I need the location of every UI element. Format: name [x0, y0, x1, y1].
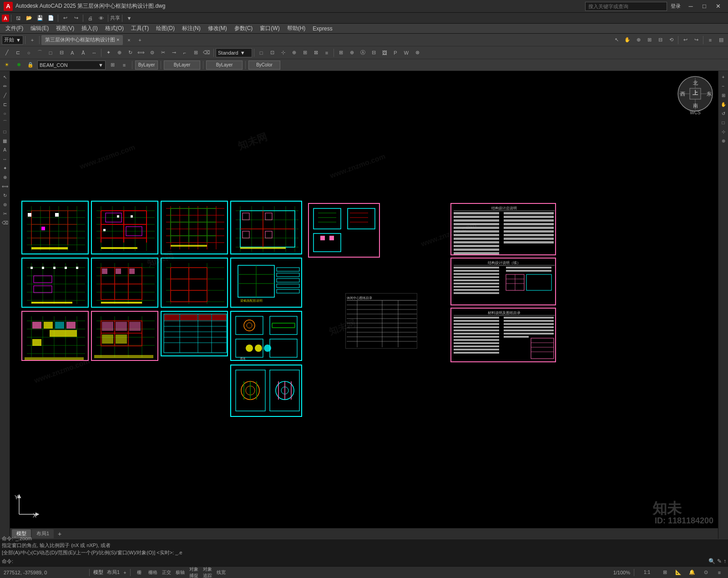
tab-add[interactable]: + [135, 35, 145, 45]
lt-copy[interactable]: ⊕ [1, 173, 9, 181]
tb-pdf[interactable]: P [390, 48, 400, 58]
drawing-tab[interactable]: 第三层休闲中心框架结构设计图 × [41, 35, 123, 45]
cmd-icon-3[interactable]: ↑ [723, 558, 726, 564]
tb-block[interactable]: ⊞ [336, 48, 346, 58]
minimize-button[interactable]: ─ [684, 1, 697, 11]
menu-annotate[interactable]: 标注(N) [178, 24, 204, 34]
menu-edit[interactable]: 编辑(E) [27, 24, 52, 34]
tb-extend[interactable]: ⊸ [169, 48, 179, 58]
lt-rect[interactable]: □ [1, 127, 9, 136]
rt-perspective[interactable]: ⊹ [719, 127, 728, 136]
drawing-8[interactable] [161, 258, 228, 308]
tb-rect[interactable]: □ [46, 48, 56, 58]
lt-rotate[interactable]: ↻ [1, 191, 9, 199]
layer-state-btn[interactable]: ≡ [119, 60, 129, 70]
tb-attr[interactable]: Ⓐ [358, 48, 368, 58]
lt-trim[interactable]: ✂ [1, 209, 9, 218]
maximize-button[interactable]: □ [698, 1, 711, 11]
plotstyle-dropdown[interactable]: ByColor [248, 61, 280, 70]
menu-view[interactable]: 视图(V) [52, 24, 78, 34]
tb-dyn[interactable]: ⊠ [311, 48, 321, 58]
main-canvas[interactable]: Y X [10, 71, 718, 528]
tb-hatch[interactable]: ⊟ [56, 48, 66, 58]
menu-format[interactable]: 格式(O) [101, 24, 127, 34]
lt-pline[interactable]: ⊏ [1, 100, 9, 108]
tb-erase[interactable]: ⌫ [202, 48, 212, 58]
drawing-2[interactable] [91, 201, 158, 254]
drawing-1[interactable] [21, 201, 89, 254]
lt-erase[interactable]: ⌫ [1, 218, 9, 227]
tb-otrack[interactable]: ⊹ [278, 48, 288, 58]
share-label[interactable]: 共享 [110, 15, 120, 21]
lt-scale[interactable]: ⊜ [1, 200, 9, 208]
menu-express[interactable]: Express [309, 24, 336, 34]
workspace-btn[interactable]: ⊞ [660, 568, 670, 578]
lt-move[interactable]: ✦ [1, 164, 9, 172]
drawing-4[interactable] [230, 201, 302, 254]
rt-zoom-extent[interactable]: ⊞ [719, 91, 728, 99]
tb-properties[interactable]: ≡ [705, 35, 715, 45]
plot-button[interactable]: 🖨 [85, 14, 95, 23]
ortho-toggle[interactable]: 正交 [162, 568, 172, 578]
lt-select[interactable]: ↖ [1, 73, 9, 81]
close-button[interactable]: ✕ [712, 1, 724, 11]
open-button[interactable]: 📂 [24, 14, 34, 23]
tb-new[interactable]: + [27, 35, 37, 45]
isolate-btn[interactable]: ⊙ [701, 568, 711, 578]
tb-offset[interactable]: ⊜ [147, 48, 157, 58]
drawing-5[interactable] [308, 203, 380, 258]
tb-wblock[interactable]: W [401, 48, 411, 58]
drawing-10[interactable] [21, 311, 89, 361]
lt-arc[interactable]: ⌒ [1, 118, 9, 127]
layer-manager-btn[interactable]: ⊞ [107, 60, 117, 70]
tb-line[interactable]: ╱ [2, 48, 12, 58]
drawing-18[interactable]: 材料说明及图纸目录 [450, 308, 556, 362]
menu-params[interactable]: 参数(C) [231, 24, 257, 34]
status-add-layout[interactable]: + [123, 570, 126, 575]
tb-zoom-prev[interactable]: ⊟ [655, 35, 665, 45]
saveas-button[interactable]: 📄 [46, 14, 56, 23]
layer-freeze-btn[interactable]: ❄ [14, 60, 24, 70]
style-dropdown[interactable]: Standard ▼ [216, 48, 252, 57]
rt-zoom-in[interactable]: + [719, 73, 728, 81]
tb-array[interactable]: ⊞ [191, 48, 201, 58]
tb-image[interactable]: 🖼 [379, 48, 389, 58]
tb-insert[interactable]: ⊕ [347, 48, 357, 58]
lt-hatch[interactable]: ▦ [1, 137, 9, 145]
tb-circle[interactable]: ○ [24, 48, 34, 58]
tb-copy[interactable]: ⊕ [114, 48, 124, 58]
cmd-icon-1[interactable]: 🔍 [708, 558, 715, 564]
menu-window[interactable]: 窗口(W) [256, 24, 283, 34]
command-input[interactable] [15, 557, 707, 565]
drawing-17[interactable]: 结构设计说明（续） [450, 258, 556, 305]
new-button[interactable]: 🖫 [13, 14, 23, 23]
tb-rotate[interactable]: ↻ [125, 48, 135, 58]
menu-help[interactable]: 帮助(H) [283, 24, 309, 34]
menu-tools[interactable]: 工具(T) [127, 24, 152, 34]
snap-toggle[interactable]: 栅 [134, 568, 144, 578]
undo-button[interactable]: ↩ [60, 14, 70, 23]
unit-btn[interactable]: 📐 [673, 568, 683, 578]
color-dropdown-1[interactable]: ByLayer [135, 61, 158, 70]
layer-lock-btn[interactable]: 🔒 [25, 60, 35, 70]
tb-zoom-window[interactable]: ⊕ [633, 35, 643, 45]
tb-undo2[interactable]: ↩ [680, 35, 690, 45]
tb-osnap[interactable]: ⊡ [267, 48, 277, 58]
menu-draw[interactable]: 绘图(D) [152, 24, 178, 34]
tb-xref[interactable]: ⊟ [369, 48, 379, 58]
tb-zoom-extent[interactable]: ⊞ [644, 35, 654, 45]
status-model-btn[interactable]: 模型 [93, 569, 103, 576]
save-button[interactable]: 💾 [35, 14, 45, 23]
osnap-toggle[interactable]: 对象捕捉 [189, 568, 199, 578]
tb-redo2[interactable]: ↪ [691, 35, 701, 45]
tb-lw[interactable]: ≡ [322, 48, 332, 58]
drawing-3[interactable] [161, 201, 228, 254]
otrack-toggle[interactable]: 对象追踪 [202, 568, 212, 578]
layer-off-btn[interactable]: ☀ [2, 60, 12, 70]
tb-arc[interactable]: ⌒ [35, 48, 45, 58]
linetype-dropdown[interactable]: ByLayer [164, 61, 200, 70]
drawing-13[interactable]: 图名 [230, 311, 302, 361]
tb-dim[interactable]: ↔ [89, 48, 99, 58]
search-input[interactable] [585, 2, 667, 11]
tb-pline[interactable]: ⊏ [13, 48, 23, 58]
